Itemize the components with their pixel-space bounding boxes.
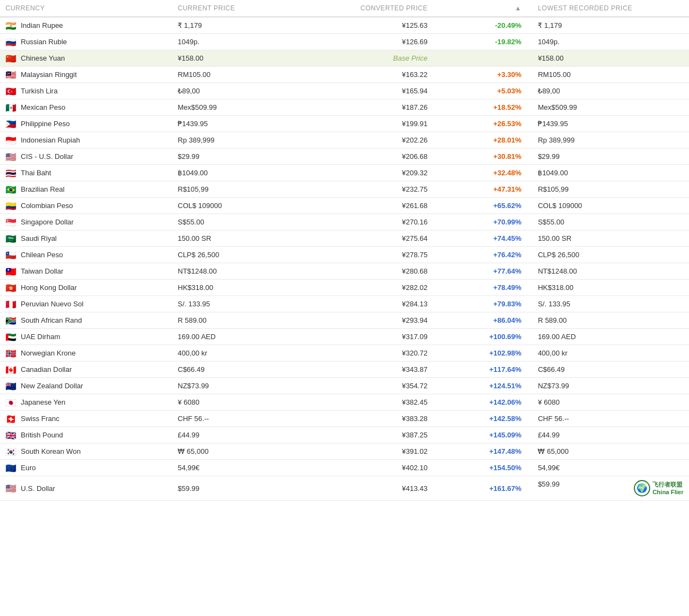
- converted-price-cell: ¥280.68: [313, 263, 438, 280]
- lowest-price-cell: ₺89,00: [532, 83, 689, 99]
- current-price-cell: NT$1248.00: [172, 263, 313, 280]
- flag-icon: 🇬🇧: [5, 431, 16, 439]
- flag-icon: 🇲🇽: [5, 104, 16, 111]
- converted-price-cell: ¥270.16: [313, 214, 438, 230]
- table-row: 🇮🇩 Indonesian Rupiah Rp 389,999¥202.26+2…: [0, 132, 689, 149]
- flag-icon: 🇸🇦: [5, 235, 16, 242]
- current-price-cell: ¥158.00: [172, 50, 313, 67]
- table-row: 🇮🇳 Indian Rupee ₹ 1,179¥125.63-20.49%₹ 1…: [0, 17, 689, 34]
- currency-name: Canadian Dollar: [21, 365, 72, 374]
- table-header: CURRENCY CURRENT PRICE CONVERTED PRICE ▲…: [0, 0, 689, 17]
- lowest-price-cell: 400,00 kr: [532, 345, 689, 362]
- currency-cell: 🇹🇭 Thai Baht: [0, 165, 172, 181]
- table-row: 🇨🇴 Colombian Peso COL$ 109000¥261.68+65.…: [0, 198, 689, 214]
- lowest-price-cell: Mex$509.99: [532, 99, 689, 116]
- currency-name: Japanese Yen: [21, 398, 66, 406]
- current-price-cell: R$105,99: [172, 181, 313, 198]
- converted-price-cell: ¥232.75: [313, 181, 438, 198]
- percentage-cell: +124.51%: [438, 378, 532, 394]
- currency-cell: 🇳🇿 New Zealand Dollar: [0, 378, 172, 394]
- percentage-cell: +161.67%: [438, 476, 532, 501]
- currency-cell: 🇲🇾 Malaysian Ringgit: [0, 67, 172, 83]
- currency-table: CURRENCY CURRENT PRICE CONVERTED PRICE ▲…: [0, 0, 689, 501]
- current-price-cell: 54,99€: [172, 460, 313, 476]
- flag-icon: 🇺🇸: [5, 153, 16, 161]
- current-price-cell: S$55.00: [172, 214, 313, 230]
- table-row: 🇿🇦 South African Rand R 589.00¥293.94+86…: [0, 312, 689, 329]
- currency-cell: 🇯🇵 Japanese Yen: [0, 394, 172, 411]
- table-row: 🇨🇭 Swiss Franc CHF 56.--¥383.28+142.58%C…: [0, 411, 689, 427]
- current-price-cell: C$66.49: [172, 362, 313, 378]
- flag-icon: 🇷🇺: [5, 38, 16, 46]
- flag-icon: 🇨🇳: [5, 55, 16, 62]
- converted-price-cell: ¥278.75: [313, 247, 438, 263]
- currency-name: Swiss Franc: [21, 414, 60, 423]
- flag-icon: 🇹🇼: [5, 268, 16, 275]
- table-row: 🇹🇼 Taiwan Dollar NT$1248.00¥280.68+77.64…: [0, 263, 689, 280]
- currency-name: Thai Baht: [21, 169, 51, 177]
- current-price-cell: HK$318.00: [172, 280, 313, 296]
- currency-cell: 🇨🇦 Canadian Dollar: [0, 362, 172, 378]
- lowest-price-cell: ₱1439.95: [532, 116, 689, 132]
- converted-price-cell: ¥206.68: [313, 149, 438, 165]
- lowest-price-cell: HK$318.00: [532, 280, 689, 296]
- lowest-price-cell: CHF 56.--: [532, 411, 689, 427]
- currency-name: Brazilian Real: [21, 185, 64, 193]
- percentage-cell: +5.03%: [438, 83, 532, 99]
- table-row: 🇦🇪 UAE Dirham 169.00 AED¥317.09+100.69%1…: [0, 329, 689, 345]
- header-current-price: CURRENT PRICE: [172, 0, 313, 17]
- table-row: 🇭🇰 Hong Kong Dollar HK$318.00¥282.02+78.…: [0, 280, 689, 296]
- converted-price-cell: ¥391.02: [313, 443, 438, 460]
- percentage-cell: +70.99%: [438, 214, 532, 230]
- flag-icon: 🇭🇰: [5, 284, 16, 292]
- header-sort-indicator[interactable]: ▲: [438, 0, 532, 17]
- flag-icon: 🇸🇬: [5, 218, 16, 226]
- currency-name: CIS - U.S. Dollar: [21, 152, 73, 161]
- percentage-cell: +142.06%: [438, 394, 532, 411]
- flag-icon: 🇿🇦: [5, 317, 16, 324]
- currency-cell: 🇨🇭 Swiss Franc: [0, 411, 172, 427]
- converted-price-cell: Base Price: [313, 50, 438, 67]
- percentage-cell: +28.01%: [438, 132, 532, 149]
- logo-line1: 飞行者联盟: [652, 481, 684, 488]
- currency-name: Taiwan Dollar: [21, 267, 63, 275]
- header-lowest-price: LOWEST RECORDED PRICE: [532, 0, 689, 17]
- flag-icon: 🇦🇪: [5, 333, 16, 341]
- currency-name: Hong Kong Dollar: [21, 283, 77, 292]
- percentage-cell: +74.45%: [438, 230, 532, 247]
- lowest-price-cell: ฿1049.00: [532, 165, 689, 181]
- current-price-cell: $59.99: [172, 476, 313, 501]
- header-converted-price: CONVERTED PRICE: [313, 0, 438, 17]
- logo-line2: China Flier: [652, 488, 684, 496]
- converted-price-cell: ¥387.25: [313, 427, 438, 443]
- lowest-price-cell: 1049р.: [532, 34, 689, 50]
- currency-name: Russian Ruble: [21, 38, 67, 46]
- flag-icon: 🇨🇦: [5, 366, 16, 374]
- currency-cell: 🇵🇭 Philippine Peso: [0, 116, 172, 132]
- currency-name: South African Rand: [21, 316, 82, 324]
- lowest-price-cell: Rp 389,999: [532, 132, 689, 149]
- lowest-price-cell: 150.00 SR: [532, 230, 689, 247]
- currency-cell: 🇮🇩 Indonesian Rupiah: [0, 132, 172, 149]
- lowest-price-cell: COL$ 109000: [532, 198, 689, 214]
- lowest-price-cell: NT$1248.00: [532, 263, 689, 280]
- table-row: 🇵🇭 Philippine Peso ₱1439.95¥199.91+26.53…: [0, 116, 689, 132]
- current-price-cell: $29.99: [172, 149, 313, 165]
- percentage-cell: +142.58%: [438, 411, 532, 427]
- currency-cell: 🇨🇴 Colombian Peso: [0, 198, 172, 214]
- converted-price-cell: ¥209.32: [313, 165, 438, 181]
- percentage-cell: +145.09%: [438, 427, 532, 443]
- current-price-cell: ₩ 65,000: [172, 443, 313, 460]
- lowest-price-cell: ¥ 6080: [532, 394, 689, 411]
- table-row: 🇨🇳 Chinese Yuan ¥158.00Base Price¥158.00: [0, 50, 689, 67]
- current-price-cell: ₹ 1,179: [172, 17, 313, 34]
- currency-cell: 🇦🇪 UAE Dirham: [0, 329, 172, 345]
- table-row: 🇨🇱 Chilean Peso CLP$ 26,500¥278.75+76.42…: [0, 247, 689, 263]
- percentage-cell: +117.64%: [438, 362, 532, 378]
- currency-name: South Korean Won: [21, 447, 81, 455]
- lowest-price-cell: NZ$73.99: [532, 378, 689, 394]
- converted-price-cell: ¥354.72: [313, 378, 438, 394]
- table-row: 🇺🇸 CIS - U.S. Dollar $29.99¥206.68+30.81…: [0, 149, 689, 165]
- flag-icon: 🇵🇪: [5, 300, 16, 308]
- current-price-cell: Rp 389,999: [172, 132, 313, 149]
